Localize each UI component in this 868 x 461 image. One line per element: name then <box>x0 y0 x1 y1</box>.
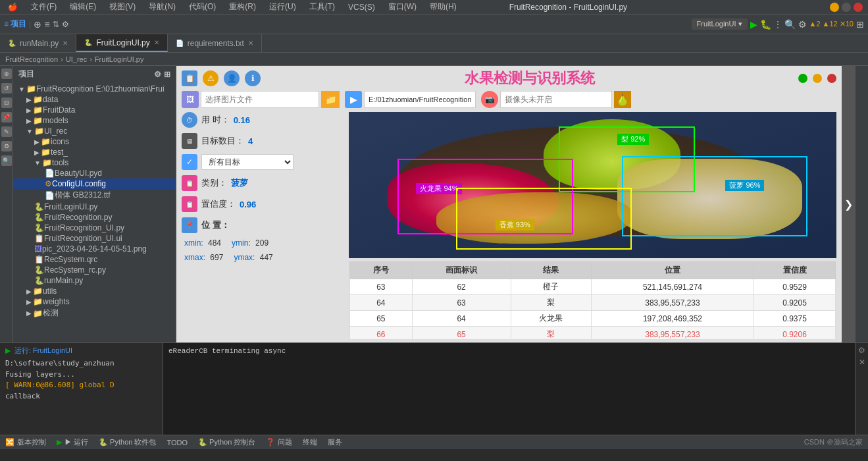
menu-help[interactable]: 帮助(H) <box>427 0 459 14</box>
sidebar-item-beautyui[interactable]: 📄 BeautyUI.pyd <box>13 168 176 178</box>
status-todo[interactable]: TODO <box>166 439 188 447</box>
sidebar-item-root[interactable]: ▼ 📁 FruitRecognition E:\01zhuomian\Frui <box>13 84 176 94</box>
menu-refactor[interactable]: 重构(R) <box>226 0 259 14</box>
sidebar-item-qrc[interactable]: 📋 RecSystem.qrc <box>13 254 176 265</box>
toolbar-btn-3[interactable]: ⇅ <box>53 20 59 29</box>
sidebar-qrc-label: RecSystem.qrc <box>44 255 97 264</box>
close-btn[interactable] <box>854 3 863 12</box>
sidebar-item-tools[interactable]: ▼ 📁 tools <box>13 157 176 168</box>
sidebar-item-fruitrecognition-uiui[interactable]: 📋 FruitRecognition_UI.ui <box>13 233 176 244</box>
toolbar-notification[interactable]: ▲2 ▲12 ✕10 <box>809 20 854 28</box>
toolbar-btn-4[interactable]: ⚙ <box>62 20 69 29</box>
menu-code[interactable]: 代码(O) <box>186 0 218 14</box>
win-red-btn[interactable] <box>827 74 836 83</box>
menu-vcs[interactable]: VCS(S) <box>345 1 378 13</box>
menu-view[interactable]: 视图(V) <box>107 0 138 14</box>
camera-input[interactable] <box>500 91 612 108</box>
menu-window[interactable]: 窗口(W) <box>386 0 419 14</box>
tools-folder-icon: 📁 <box>42 158 52 167</box>
breadcrumb-file[interactable]: FruitLoginUI.py <box>95 55 144 63</box>
sidebar-project-label: 项目 <box>18 68 34 80</box>
row3-pos: 197,208,469,352 <box>591 311 753 327</box>
tool-btn-3[interactable]: ⊟ <box>1 97 12 108</box>
menu-edit[interactable]: 编辑(E) <box>67 0 99 14</box>
status-vcs[interactable]: 🔀 版本控制 <box>5 437 46 447</box>
sidebar-item-png[interactable]: 🖼 pic_2023-04-26-14-05-51.png <box>13 244 176 254</box>
toolbar-more-btn[interactable]: ⋮ <box>774 20 782 29</box>
sidebar-item-weights[interactable]: ▶ 📁 weights <box>13 296 176 307</box>
tab-fruitloginui[interactable]: 🐍 FruitLoginUI.py ✕ <box>76 34 167 52</box>
sidebar-item-recsystem-rc[interactable]: 🐍 RecSystem_rc.py <box>13 265 176 275</box>
toolbar-search-btn[interactable]: 🔍 <box>784 19 796 30</box>
menu-run[interactable]: 运行(U) <box>267 0 299 14</box>
breadcrumb-ui-rec[interactable]: UI_rec <box>66 55 87 63</box>
win-green-btn[interactable] <box>798 74 807 83</box>
menu-file[interactable]: 文件(F) <box>28 0 59 14</box>
toolbar-btn-1[interactable]: ⊕ <box>34 19 41 30</box>
status-services[interactable]: 服务 <box>328 437 342 447</box>
status-run[interactable]: ▶ ▶ 运行 <box>57 437 88 447</box>
tool-btn-2[interactable]: ↺ <box>1 83 12 94</box>
minimize-btn[interactable] <box>830 3 839 12</box>
toolbar-run-btn[interactable]: ▶ <box>750 19 757 30</box>
status-python-console[interactable]: 🐍 Python 控制台 <box>198 437 255 447</box>
sidebar-item-detect[interactable]: ▶ 📁 检测 <box>13 307 176 319</box>
sidebar-item-runmain[interactable]: 🐍 runMain.py <box>13 275 176 286</box>
row2-seq: 64 <box>350 295 413 311</box>
maximize-btn[interactable] <box>842 3 851 12</box>
tool-btn-7[interactable]: 🔍 <box>1 155 12 166</box>
sidebar-item-fruitrecognition-ui[interactable]: 🐍 FruitRecognition_UI.py <box>13 223 176 233</box>
row4-conf: 0.9206 <box>754 327 836 340</box>
expand-panel-btn[interactable]: ❯ <box>842 66 855 342</box>
sidebar-fruitloginui-label: FruitLoginUI.py <box>44 202 97 211</box>
tool-btn-1[interactable]: ⊕ <box>1 68 12 79</box>
sidebar-expand-icon[interactable]: ⊞ <box>164 70 170 79</box>
tool-btn-4[interactable]: 📌 <box>1 112 12 122</box>
sidebar-item-icons[interactable]: ▶ 📁 icons <box>13 136 176 147</box>
sidebar-item-data[interactable]: ▶ 📁 data <box>13 94 176 105</box>
status-terminal[interactable]: 终端 <box>303 437 317 447</box>
video-input[interactable] <box>364 91 476 108</box>
file-browse-btn[interactable]: 📁 <box>321 91 340 108</box>
status-problems[interactable]: ❓ 问题 <box>266 437 292 447</box>
table-row-1[interactable]: 63 62 橙子 521,145,691,274 0.9529 <box>350 279 836 295</box>
sidebar-item-fruitrecognition[interactable]: 🐍 FruitRecognition.py <box>13 212 176 223</box>
tab-requirements-close[interactable]: ✕ <box>248 40 253 47</box>
menu-tools[interactable]: 工具(T) <box>307 0 338 14</box>
tab-fruitloginui-close[interactable]: ✕ <box>154 39 159 46</box>
bottom-section: ▶ 运行: FruitLoginUI D:\software\study_anz… <box>0 342 868 435</box>
sidebar-item-fruitloginui[interactable]: 🐍 FruitLoginUI.py <box>13 202 176 212</box>
run-config-selector[interactable]: FruitLoginUI ▾ <box>692 18 748 30</box>
sidebar-gear-icon[interactable]: ⚙ <box>154 70 161 79</box>
sidebar-item-ttf[interactable]: 📄 楷体 GB2312.ttf <box>13 189 176 202</box>
tool-btn-6[interactable]: ⚙ <box>1 141 12 151</box>
sidebar-item-ui-rec[interactable]: ▼ 📁 UI_rec <box>13 126 176 136</box>
tool-btn-5[interactable]: ✎ <box>1 126 12 137</box>
menu-navigate[interactable]: 导航(N) <box>146 0 178 14</box>
status-python-pkg[interactable]: 🐍 Python 软件包 <box>99 437 156 447</box>
sidebar-item-configui[interactable]: ⚙ ConfigUI.config <box>13 178 176 189</box>
toolbar-expand-btn[interactable]: ⊞ <box>856 19 864 30</box>
tab-requirements[interactable]: 📄 requirements.txt ✕ <box>168 34 262 52</box>
tab-fruitloginui-label: FruitLoginUI.py <box>96 38 149 47</box>
sidebar-item-utils[interactable]: ▶ 📁 utils <box>13 286 176 296</box>
win-yellow-btn[interactable] <box>813 74 822 83</box>
app-icon-2: ⚠ <box>203 70 218 86</box>
breadcrumb-root[interactable]: FruitRecognition <box>5 55 58 63</box>
tab-runmain[interactable]: 🐍 runMain.py ✕ <box>0 34 76 52</box>
toolbar-btn-2[interactable]: ≡ <box>44 19 49 30</box>
console-gear-icon[interactable]: ⚙ <box>858 346 865 355</box>
toolbar-debug-btn[interactable]: 🐛 <box>760 19 771 30</box>
tab-requirements-label: requirements.txt <box>188 39 244 48</box>
file-input[interactable] <box>201 91 319 108</box>
table-row-3[interactable]: 65 64 火龙果 197,208,469,352 0.9375 <box>350 311 836 327</box>
sidebar-item-test[interactable]: ▶ 📁 test_ <box>13 147 176 157</box>
table-row-4[interactable]: 66 65 梨 383,95,557,233 0.9206 <box>350 327 836 340</box>
tab-runmain-close[interactable]: ✕ <box>63 40 68 47</box>
table-row-2[interactable]: 64 63 梨 383,95,557,233 0.9205 <box>350 295 836 311</box>
console-close-icon[interactable]: ✕ <box>859 358 865 367</box>
sidebar-item-fruitdata[interactable]: ▶ 📁 FruitData <box>13 105 176 115</box>
sidebar-item-models[interactable]: ▶ 📁 models <box>13 115 176 126</box>
target-dropdown[interactable]: 所有目标 <box>201 154 294 170</box>
toolbar-settings-btn[interactable]: ⚙ <box>798 19 807 30</box>
